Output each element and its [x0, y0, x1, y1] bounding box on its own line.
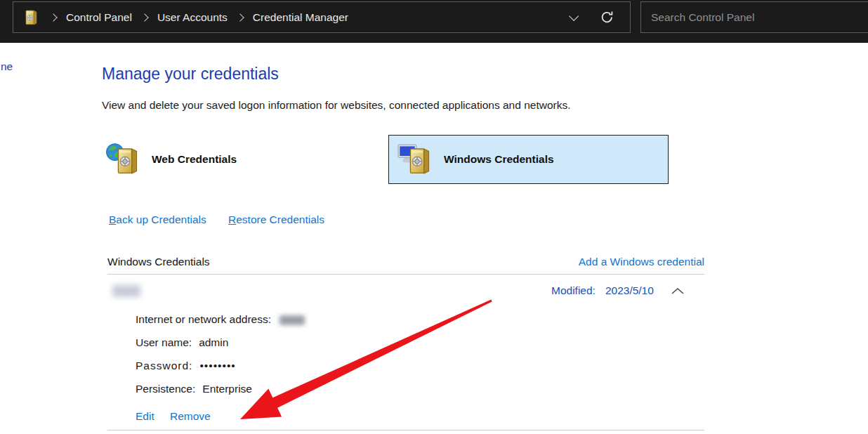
breadcrumb-item-user-accounts[interactable]: User Accounts [157, 11, 228, 24]
page-title: Manage your credentials [102, 65, 279, 84]
tab-web-credentials[interactable]: Web Credentials [105, 135, 302, 184]
field-label: Internet or network address: [136, 313, 271, 326]
breadcrumb-chevron-icon [140, 13, 148, 21]
collapse-chevron-icon[interactable] [671, 287, 685, 295]
search-input[interactable] [650, 11, 868, 25]
remove-link[interactable]: Remove [170, 410, 211, 423]
section-title-windows-credentials: Windows Credentials [107, 256, 210, 268]
address-dropdown-chevron-icon[interactable] [569, 11, 579, 20]
windows-credentials-icon [397, 139, 438, 180]
section-divider [107, 274, 704, 275]
field-persistence: Persistence: Enterprise [136, 383, 252, 395]
field-value: •••••••• [199, 360, 235, 372]
field-value-redacted [280, 315, 305, 325]
field-label: User name: [136, 336, 192, 349]
credential-modified: Modified: 2023/5/10 [551, 284, 685, 297]
breadcrumb-chevron-icon [49, 13, 57, 21]
address-bar[interactable]: Control Panel User Accounts Credential M… [13, 1, 631, 33]
web-credentials-icon [105, 139, 146, 180]
field-value: Enterprise [202, 383, 252, 395]
field-network-address: Internet or network address: [136, 313, 305, 326]
page-subtitle: View and delete your saved logon informa… [102, 99, 570, 112]
modified-date: 2023/5/10 [605, 284, 654, 297]
tab-label: Windows Credentials [444, 153, 554, 166]
breadcrumb-item-credential-manager[interactable]: Credential Manager [253, 11, 348, 24]
field-password: Password: •••••••• [136, 360, 236, 372]
field-label: Persistence: [136, 383, 195, 395]
breadcrumb-chevron-icon [236, 13, 244, 21]
modified-label: Modified: [551, 284, 596, 297]
credential-manager-safe-icon [25, 9, 38, 25]
credential-name-redacted[interactable] [112, 285, 140, 297]
refresh-icon[interactable] [600, 10, 614, 25]
tab-label: Web Credentials [152, 153, 237, 166]
add-windows-credential-link[interactable]: Add a Windows credential [579, 256, 704, 268]
field-user-name: User name: admin [136, 336, 228, 349]
top-navigation-bar: Control Panel User Accounts Credential M… [0, 0, 868, 43]
field-label: Password: [136, 360, 192, 372]
sidebar-clipped-link[interactable]: ne [1, 60, 13, 73]
field-value: admin [199, 336, 228, 349]
breadcrumb-item-control-panel[interactable]: Control Panel [66, 11, 132, 24]
backup-credentials-link[interactable]: Back up Credentials [109, 213, 206, 226]
tab-windows-credentials[interactable]: Windows Credentials [388, 135, 669, 184]
search-box[interactable] [640, 1, 868, 33]
restore-credentials-link[interactable]: Restore Credentials [228, 213, 324, 226]
entry-divider [107, 430, 704, 430]
edit-link[interactable]: Edit [136, 410, 154, 423]
